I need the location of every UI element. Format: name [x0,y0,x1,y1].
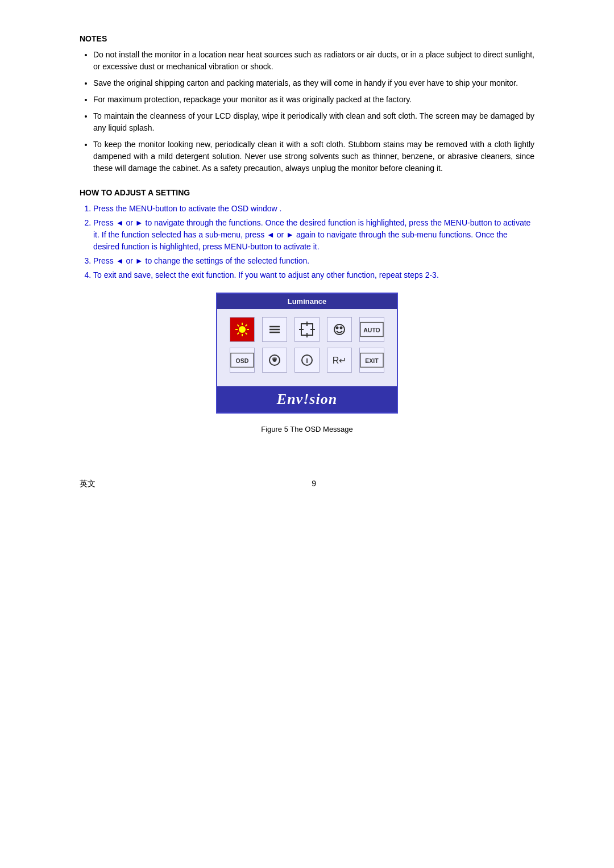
osd-icon-exit: EXIT [359,348,384,373]
notes-item-4: To maintain the cleanness of your LCD di… [93,110,534,134]
how-to-step-3: Press ◄ or ► to change the settings of t… [93,255,534,267]
svg-text:i: i [306,356,308,365]
svg-text:OSD: OSD [236,357,249,364]
how-to-step-2: Press ◄ or ► to navigate through the fun… [93,217,534,253]
figure-caption: Figure 5 The OSD Message [80,425,534,433]
osd-diagram: Luminance [216,293,398,414]
footer: 英文 9 [80,479,534,489]
svg-point-22 [335,327,338,329]
osd-icon-position [294,317,320,342]
osd-icon-menu [262,317,287,342]
osd-icons-area: AUTO OSD [217,309,397,386]
osd-icon-sun [230,317,255,342]
how-to-list: Press the MENU-button to activate the OS… [80,203,534,281]
how-to-step-1: Press the MENU-button to activate the OS… [93,203,534,215]
how-to-heading: HOW TO ADJUST A SETTING [80,188,534,197]
svg-text:AUTO: AUTO [363,327,380,333]
osd-icon-auto: AUTO [359,317,384,342]
osd-icon-contrast [327,317,352,342]
osd-icon-return: R↵ [327,348,352,373]
svg-text:EXIT: EXIT [365,357,379,364]
osd-title: Luminance [217,294,397,309]
osd-brand-text: Env!sion [277,391,337,407]
footer-language: 英文 [80,479,96,489]
notes-heading: NOTES [80,34,534,43]
osd-icon-osd: OSD [230,348,255,373]
notes-section: NOTES Do not install the monitor in a lo… [80,34,534,174]
how-to-step-4: To exit and save, select the exit functi… [93,269,534,281]
osd-icon-row-1: AUTO [226,317,388,342]
osd-icon-info: i [294,348,320,373]
notes-item-1: Do not install the monitor in a location… [93,49,534,73]
osd-brand-area: Env!sion [217,386,397,412]
footer-spacer [532,479,534,489]
notes-item-2: Save the original shipping carton and pa… [93,77,534,89]
osd-icon-settings [262,348,287,373]
notes-list: Do not install the monitor in a location… [80,49,534,174]
footer-page-number: 9 [312,479,316,489]
svg-text:R↵: R↵ [333,356,347,365]
how-to-section: HOW TO ADJUST A SETTING Press the MENU-b… [80,188,534,433]
notes-item-5: To keep the monitor looking new, periodi… [93,139,534,174]
svg-point-32 [273,358,276,362]
osd-icon-row-2: OSD i [226,348,388,373]
svg-point-23 [339,327,342,329]
notes-item-3: For maximum protection, repackage your m… [93,94,534,106]
svg-point-1 [239,326,246,333]
